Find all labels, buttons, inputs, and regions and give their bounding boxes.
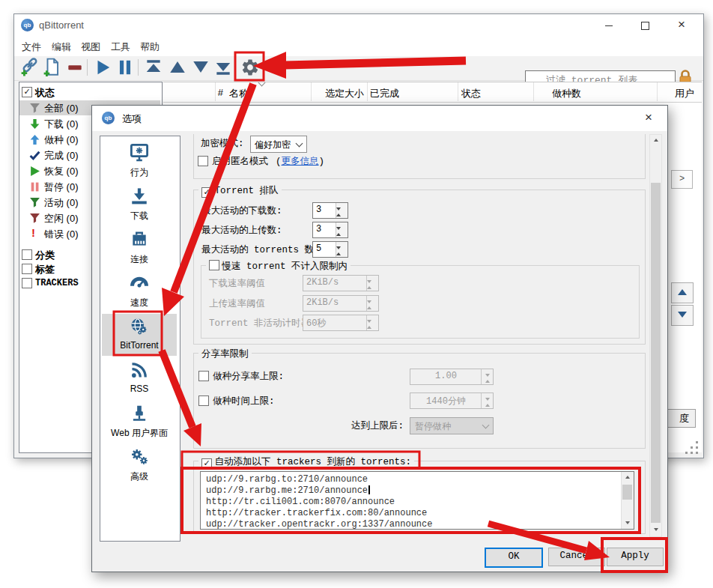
nav-behavior[interactable]: 行为 [102, 140, 177, 182]
limit-action-select[interactable]: 暂停做种 [410, 417, 494, 434]
menu-tools[interactable]: 工具 [111, 40, 130, 54]
trackers-checkbox[interactable] [22, 278, 32, 288]
nav-downloads[interactable]: 下载 [102, 184, 177, 225]
scroll-up-button[interactable] [671, 282, 694, 303]
col-user[interactable]: 用户 [646, 87, 694, 100]
time-limit-spinner[interactable]: 1440分钟 [410, 392, 494, 409]
nav-bittorrent[interactable]: BitTorrent [102, 314, 177, 356]
trackers-textarea[interactable]: udp://9.rarbg.to:2710/announce udp://9.r… [200, 471, 634, 530]
pause-button[interactable] [115, 58, 135, 77]
col-number[interactable]: # [208, 87, 223, 98]
dialog-scrollbar[interactable] [649, 134, 662, 537]
col-status[interactable]: 状态 [461, 87, 481, 100]
spin-down-button[interactable] [336, 210, 348, 218]
queueing-checkbox[interactable]: ✓ [201, 187, 212, 198]
spin-down-button[interactable] [367, 303, 378, 311]
chevron-down-icon [482, 422, 490, 429]
dl-threshold-spinner[interactable]: 2KiB/s [303, 275, 379, 291]
connection-icon [130, 230, 149, 249]
spin-down-button[interactable] [482, 401, 493, 408]
ratio-limit-checkbox[interactable] [198, 371, 209, 381]
slow-torrents-checkbox[interactable] [209, 260, 219, 270]
anonymous-mode-checkbox[interactable] [198, 156, 208, 166]
column-separator[interactable] [657, 82, 658, 101]
grip-dot [696, 441, 698, 443]
move-top-icon [144, 58, 163, 77]
spin-down-button[interactable] [482, 377, 493, 384]
encryption-label: 加密模式: [201, 137, 244, 150]
menu-bar: 文件 编辑 视图 工具 帮助 [14, 37, 703, 56]
inactivity-timer-spinner[interactable]: 60秒 [303, 315, 379, 331]
column-separator[interactable] [367, 82, 368, 101]
status-filter-header[interactable]: ✓ 状态 [19, 85, 160, 100]
behavior-icon [130, 143, 149, 163]
status-checkbox[interactable]: ✓ [22, 87, 32, 97]
move-up-button[interactable] [168, 58, 187, 77]
spin-down-button[interactable] [367, 323, 378, 330]
menu-view[interactable]: 视图 [81, 40, 100, 54]
title-bar: qb qBittorrent × [14, 14, 703, 37]
menu-help[interactable]: 帮助 [140, 40, 160, 54]
autotrackers-checkbox[interactable]: ✓ [201, 458, 212, 469]
menu-file[interactable]: 文件 [22, 40, 41, 54]
scrollbar-down-button[interactable] [650, 524, 661, 536]
col-seeds[interactable]: 做种数 [552, 87, 581, 100]
nav-speed[interactable]: 速度 [102, 270, 177, 312]
ratio-limit-spinner[interactable]: 1.00 [410, 369, 494, 385]
textarea-scrollbar[interactable] [621, 472, 634, 529]
share-title-label: 分享率限制 [201, 349, 249, 360]
move-bottom-icon [213, 58, 233, 77]
maximize-button[interactable] [634, 17, 656, 34]
nav-webui[interactable]: Web 用户界面 [102, 401, 177, 443]
expand-panel-button[interactable]: > [671, 170, 693, 189]
col-selected-size[interactable]: 选定大小 [313, 87, 364, 100]
add-torrent-link-button[interactable] [20, 58, 40, 77]
column-separator[interactable] [311, 82, 312, 101]
dialog-close-button[interactable]: × [645, 110, 652, 125]
scroll-down-button[interactable] [671, 305, 694, 326]
spin-value: 3 [316, 204, 321, 215]
resize-grip[interactable] [684, 440, 700, 456]
scrollbar-down-button[interactable] [622, 518, 634, 529]
ok-button[interactable]: OK [485, 548, 543, 568]
column-separator[interactable] [215, 82, 216, 101]
add-torrent-file-button[interactable] [43, 58, 62, 77]
apply-button[interactable]: Apply [607, 548, 664, 566]
resume-button[interactable] [93, 58, 112, 77]
spin-down-button[interactable] [336, 230, 348, 237]
options-button[interactable] [240, 58, 260, 77]
encryption-mode-select[interactable]: 偏好加密 [250, 136, 307, 153]
max-uploads-spinner[interactable]: 3 [312, 222, 348, 238]
options-dialog: qb 选项 × 行为 下载 连接 速度 BitTorrent RSS [91, 105, 668, 572]
scrollbar-up-button[interactable] [622, 472, 634, 483]
nav-rss[interactable]: RSS [102, 357, 177, 399]
menu-edit[interactable]: 编辑 [52, 40, 71, 54]
tags-checkbox[interactable] [22, 264, 32, 274]
categories-checkbox[interactable] [22, 249, 32, 260]
ul-threshold-spinner[interactable]: 2KiB/s [303, 295, 379, 312]
dialog-title-bar: qb 选项 × [92, 106, 667, 131]
col-done[interactable]: 已完成 [370, 87, 399, 100]
max-torrents-spinner[interactable]: 5 [312, 241, 348, 258]
move-down-button[interactable] [191, 58, 210, 77]
cancel-button[interactable]: Cancel [548, 548, 605, 566]
time-limit-checkbox[interactable] [198, 395, 209, 406]
scrollbar-thumb[interactable] [622, 485, 632, 500]
max-uploads-label: 最大活动的上传数: [201, 224, 282, 237]
nav-advanced[interactable]: 高级 [102, 444, 177, 486]
column-separator[interactable] [458, 82, 458, 101]
spin-down-button[interactable] [336, 249, 348, 257]
minimize-button[interactable] [598, 17, 620, 34]
spin-down-button[interactable] [367, 283, 378, 291]
nav-connection[interactable]: 连接 [102, 227, 177, 269]
top-priority-button[interactable] [144, 58, 163, 77]
delete-button[interactable] [65, 58, 85, 77]
close-button[interactable]: × [670, 17, 693, 34]
column-separator[interactable] [533, 82, 534, 101]
scrollbar-up-button[interactable] [650, 135, 661, 147]
scrollbar-thumb[interactable] [651, 183, 661, 523]
bottom-priority-button[interactable] [213, 58, 233, 77]
col-name[interactable]: 名称 [229, 87, 249, 100]
more-info-link[interactable]: 更多信息 [282, 157, 319, 167]
max-downloads-spinner[interactable]: 3 [312, 202, 348, 219]
